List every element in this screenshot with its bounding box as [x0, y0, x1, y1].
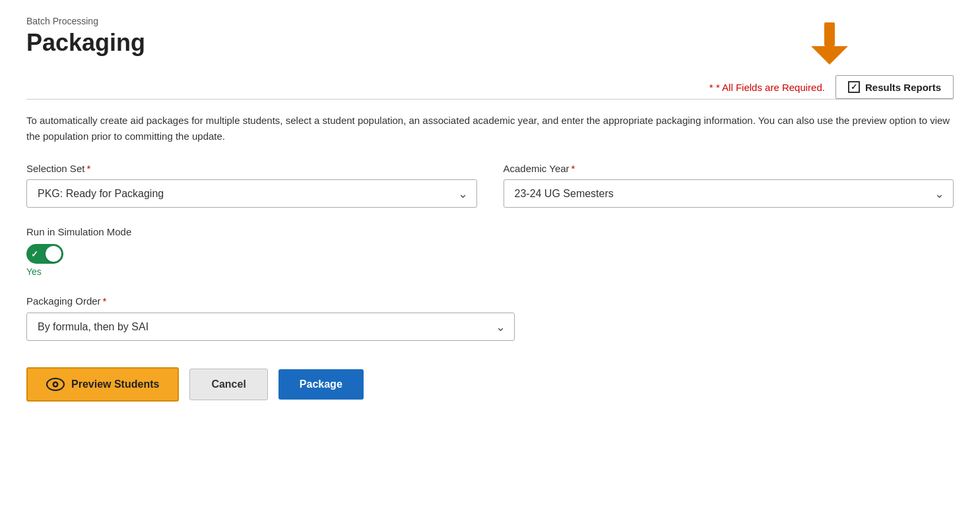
breadcrumb: Batch Processing: [26, 16, 145, 26]
toggle-wrapper: ✓ Yes: [26, 244, 954, 277]
svg-rect-0: [824, 22, 835, 46]
description-text: To automatically create aid packages for…: [26, 113, 950, 144]
packaging-order-label: Packaging Order*: [26, 295, 106, 307]
selection-set-group: Selection Set* PKG: Ready for Packaging …: [26, 163, 477, 208]
academic-year-select[interactable]: 23-24 UG Semesters: [504, 179, 954, 208]
required-note: * * All Fields are Required.: [709, 82, 825, 93]
preview-students-label: Preview Students: [71, 378, 159, 390]
simulation-mode-toggle[interactable]: ✓: [26, 244, 63, 264]
academic-year-group: Academic Year* 23-24 UG Semesters ⌄: [504, 163, 954, 208]
top-form-row: Selection Set* PKG: Ready for Packaging …: [26, 163, 954, 208]
svg-marker-1: [811, 46, 848, 65]
results-reports-label: Results Reports: [865, 82, 941, 93]
download-arrow-icon: [811, 22, 848, 67]
selection-set-label: Selection Set*: [26, 163, 477, 174]
button-row: Preview Students Cancel Package: [26, 367, 954, 402]
preview-students-button[interactable]: Preview Students: [26, 367, 179, 402]
simulation-mode-label: Run in Simulation Mode: [26, 226, 954, 237]
divider: [26, 99, 954, 100]
academic-year-wrapper: 23-24 UG Semesters ⌄: [504, 179, 954, 208]
page-title: Packaging: [26, 29, 145, 57]
eye-preview-icon: [46, 378, 65, 391]
selection-set-wrapper: PKG: Ready for Packaging ⌄: [26, 179, 477, 208]
cancel-button[interactable]: Cancel: [189, 369, 267, 400]
packaging-order-select[interactable]: By formula, then by SAI: [26, 313, 515, 341]
academic-year-label: Academic Year*: [504, 163, 954, 174]
checkbox-icon: ✓: [848, 81, 860, 93]
package-button[interactable]: Package: [278, 369, 364, 400]
svg-point-4: [54, 383, 57, 386]
toggle-state-label: Yes: [26, 266, 42, 277]
packaging-order-wrapper: By formula, then by SAI ⌄: [26, 313, 515, 341]
simulation-mode-section: Run in Simulation Mode ✓ Yes: [26, 226, 954, 277]
selection-set-select[interactable]: PKG: Ready for Packaging: [26, 179, 477, 208]
results-reports-button[interactable]: ✓ Results Reports: [835, 75, 954, 99]
packaging-order-section: Packaging Order* By formula, then by SAI…: [26, 295, 954, 341]
toggle-check-icon: ✓: [31, 249, 38, 259]
toggle-thumb: [46, 246, 61, 262]
